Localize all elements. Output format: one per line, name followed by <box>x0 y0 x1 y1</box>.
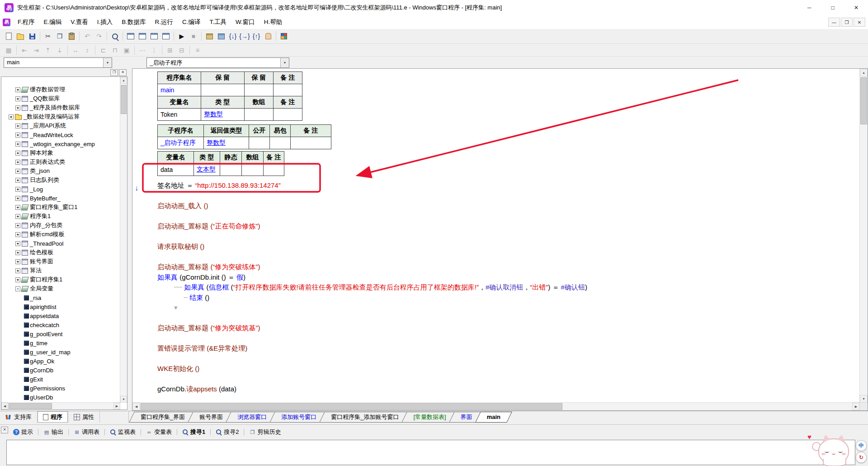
table-cell[interactable] <box>220 164 242 176</box>
code-line[interactable] <box>157 313 860 323</box>
tree-item[interactable]: apirightlist <box>1 302 120 311</box>
editor-horizontal-scrollbar[interactable]: ◀ ▶ <box>132 402 860 410</box>
refresh-badge[interactable]: ↻ <box>856 452 867 463</box>
open-file-icon[interactable] <box>14 31 26 42</box>
file-tab-2[interactable]: 浏览器窗口 <box>228 411 276 423</box>
menu-item-8[interactable]: W.窗口 <box>231 15 259 29</box>
tree-item[interactable]: gCornDb <box>1 366 120 375</box>
expand-toggle-icon[interactable]: + <box>15 87 20 92</box>
menu-item-9[interactable]: H.帮助 <box>259 15 287 29</box>
expand-toggle-icon[interactable]: + <box>15 232 20 237</box>
file-tab-7[interactable]: main <box>478 411 509 423</box>
tree-item[interactable]: +绘色模板 <box>1 248 120 257</box>
tree-item[interactable]: +_程序及插件数据库 <box>1 103 120 112</box>
dock-tab-books[interactable]: 支持库 <box>0 411 38 423</box>
search-result-area[interactable] <box>6 440 855 465</box>
expand-toggle-icon[interactable]: + <box>15 160 20 165</box>
code-line[interactable]: 如果真 (gCornDb.init () ＝ 假) <box>157 272 860 283</box>
tree-item[interactable]: g_user_id_map <box>1 347 120 357</box>
expand-toggle-icon[interactable]: + <box>15 151 20 156</box>
tree-item[interactable]: +_ThreadPool <box>1 239 120 248</box>
scroll-left-icon[interactable]: ◀ <box>132 403 140 410</box>
tree-item[interactable]: +窗口程序集1 <box>1 275 120 284</box>
menu-item-5[interactable]: R.运行 <box>151 15 178 29</box>
new-file-icon[interactable] <box>3 31 14 42</box>
table-cell[interactable]: 整数型 <box>201 109 245 121</box>
scroll-right-icon[interactable]: ▶ <box>113 403 120 409</box>
code-line[interactable] <box>157 211 860 222</box>
tree-item[interactable]: gApp_Ok <box>1 357 120 366</box>
find-icon[interactable] <box>109 31 121 42</box>
tree-vertical-scrollbar[interactable]: ▲ ▼ <box>120 77 127 403</box>
step-out-icon[interactable]: {↑} <box>250 31 262 42</box>
window-code-icon[interactable] <box>137 31 148 42</box>
expand-toggle-icon[interactable]: + <box>15 178 20 183</box>
tree-item[interactable]: -全局变量 <box>1 284 120 293</box>
panel-float-button[interactable]: ❐ <box>110 69 118 76</box>
code-line[interactable]: ╌ 结束 () <box>157 293 860 303</box>
scrollbar-thumb[interactable] <box>860 77 867 124</box>
close-button[interactable]: ✕ <box>844 0 868 15</box>
tree-item[interactable]: +_应用API系统 <box>1 121 120 130</box>
mdi-restore-button[interactable]: ❐ <box>841 18 853 27</box>
subroutine-combobox[interactable]: _启动子程序 ▼ <box>146 57 289 68</box>
ime-language-badge[interactable]: 中 <box>856 440 867 451</box>
tree-item[interactable]: +内存_分包类 <box>1 221 120 230</box>
panel-tab-hint[interactable]: ?提示 <box>9 427 37 437</box>
expand-toggle-icon[interactable]: + <box>15 142 20 147</box>
table-cell[interactable]: _启动子程序 <box>158 137 204 149</box>
mdi-close-button[interactable]: ✕ <box>854 18 865 27</box>
tree-item[interactable]: +解析cmd模板 <box>1 230 120 239</box>
scrollbar-thumb[interactable] <box>141 403 562 410</box>
tree-item[interactable]: +ByteBuffer_ <box>1 194 120 203</box>
chevron-down-icon[interactable]: ▼ <box>280 58 289 67</box>
tree-item[interactable]: +_ReadWriteLock <box>1 130 120 139</box>
tree-item[interactable]: appsetdata <box>1 311 120 320</box>
table-cell[interactable]: main <box>158 84 201 96</box>
expand-toggle-icon[interactable]: + <box>15 196 20 201</box>
support-library-icon[interactable] <box>278 31 290 42</box>
mdi-child-icon[interactable]: 易 <box>3 19 10 26</box>
file-tab-3[interactable]: 添加账号窗口 <box>272 411 326 423</box>
local-variable-table[interactable]: 变量名类 型静态数组备 注data文本型 <box>157 151 284 176</box>
table-cell[interactable] <box>242 164 264 176</box>
file-tab-5[interactable]: [常量数据表] <box>404 411 455 423</box>
expand-toggle-icon[interactable]: + <box>15 277 20 282</box>
table-cell[interactable] <box>274 84 302 96</box>
expand-toggle-icon[interactable]: + <box>15 187 20 192</box>
menu-item-1[interactable]: E.编辑 <box>39 15 66 29</box>
tree-item[interactable]: _rsa <box>1 293 120 302</box>
dock-tab-grid[interactable]: 属性 <box>68 411 100 423</box>
save-icon[interactable] <box>26 31 38 42</box>
panel-tab-vars[interactable]: ∞变量表 <box>142 427 176 437</box>
expand-toggle-icon[interactable]: + <box>15 105 20 110</box>
tree-item[interactable]: gUserDb <box>1 393 120 402</box>
expand-toggle-icon[interactable]: + <box>15 205 20 210</box>
panel-tab-watch[interactable]: 监视表 <box>106 427 140 437</box>
table-cell[interactable] <box>291 137 331 149</box>
chevron-down-icon[interactable]: ▼ <box>103 58 112 67</box>
tree-item[interactable]: +账号界面 <box>1 257 120 266</box>
code-line[interactable]: 启动动画_置标题 (“正在苟命修炼”) <box>157 221 860 232</box>
scroll-down-icon[interactable]: ▼ <box>860 395 868 403</box>
tree-item[interactable]: +正则表达式类 <box>1 157 120 166</box>
expand-toggle-icon[interactable]: + <box>15 96 20 101</box>
panel-tab-calls[interactable]: ⊞调用表 <box>70 427 104 437</box>
tree-item[interactable]: gPermissions <box>1 384 120 393</box>
panel-close-button[interactable]: ✕ <box>1 427 8 433</box>
table-cell[interactable] <box>274 109 302 121</box>
table-cell[interactable] <box>245 84 274 96</box>
tree-item[interactable]: +类_json <box>1 166 120 176</box>
compile-icon[interactable] <box>203 31 215 42</box>
expand-toggle-icon[interactable]: + <box>15 133 20 138</box>
menu-item-6[interactable]: C.编译 <box>178 15 205 29</box>
expand-toggle-icon[interactable]: + <box>15 169 20 174</box>
subroutine-table[interactable]: 子程序名返回值类型公开易包备 注_启动子程序整数型 <box>157 124 331 149</box>
code-line[interactable]: gCornDb.读appsets (data) <box>157 384 860 395</box>
pause-icon[interactable] <box>262 31 274 42</box>
minimize-button[interactable]: ─ <box>797 0 821 15</box>
tree-item[interactable]: +_Log <box>1 185 120 194</box>
menu-item-4[interactable]: B.数据库 <box>117 15 150 29</box>
step-over-icon[interactable]: {→} <box>239 31 250 42</box>
code-line[interactable]: ╌╌ 如果真 (信息框 (“打开程序数据库失败!请前往任务管理器检查是否有后台程… <box>157 282 860 293</box>
